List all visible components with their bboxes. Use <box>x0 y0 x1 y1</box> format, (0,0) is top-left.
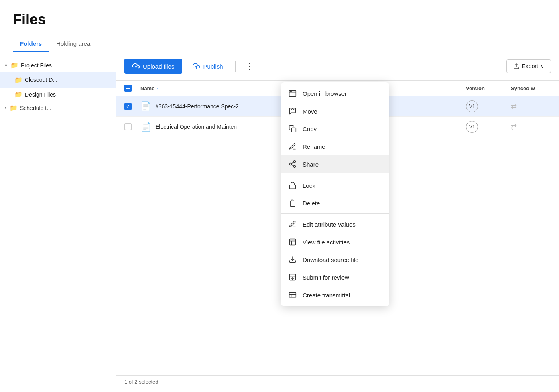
export-icon <box>513 63 520 69</box>
sidebar-item-closeout[interactable]: 📁 Closeout D... ⋮ <box>0 72 116 88</box>
menu-item-download-source[interactable]: Download source file <box>281 251 389 268</box>
share-icon <box>288 160 297 169</box>
version-badge: V1 <box>466 121 478 133</box>
svg-point-10 <box>294 165 296 167</box>
svg-point-6 <box>291 91 291 91</box>
file-icon: 📄 <box>140 101 151 112</box>
upload-icon <box>132 63 140 70</box>
rename-icon <box>288 142 297 151</box>
move-icon <box>288 107 297 116</box>
browser-icon <box>288 89 297 98</box>
select-all-checkbox[interactable]: — <box>124 85 132 92</box>
sidebar-item-label: Design Files <box>25 91 56 98</box>
sidebar-item-project-files[interactable]: ▾ 📁 Project Files <box>0 59 116 72</box>
sidebar: ▾ 📁 Project Files 📁 Closeout D... ⋮ 📁 De… <box>0 52 116 388</box>
col-version-header: Version <box>466 85 506 91</box>
tabs-bar: Folders Holding area <box>0 36 559 52</box>
export-button[interactable]: Export ∨ <box>506 59 551 73</box>
menu-item-create-transmittal[interactable]: Create transmittal <box>281 286 389 304</box>
sidebar-item-design-files[interactable]: 📁 Design Files <box>0 88 116 101</box>
svg-line-12 <box>291 162 294 163</box>
sidebar-item-label: Project Files <box>21 62 52 69</box>
svg-rect-14 <box>290 239 296 245</box>
menu-item-rename[interactable]: Rename <box>281 138 389 155</box>
svg-rect-13 <box>290 185 296 189</box>
svg-point-8 <box>294 161 296 163</box>
copy-icon <box>288 124 297 133</box>
review-icon <box>288 273 297 282</box>
publish-icon <box>193 63 200 70</box>
folder-icon: 📁 <box>14 91 22 98</box>
activities-icon <box>288 238 297 246</box>
menu-divider <box>281 175 389 175</box>
row-checkbox[interactable]: ✓ <box>124 103 132 110</box>
menu-item-submit-review[interactable]: Submit for review <box>281 268 389 286</box>
folder-more-button[interactable]: ⋮ <box>101 75 111 85</box>
file-name: Electrical Operation and Mainten <box>155 124 237 130</box>
sync-icon: ⇄ <box>511 123 517 131</box>
folder-icon: 📁 <box>14 76 22 84</box>
svg-rect-7 <box>292 128 296 132</box>
sync-icon: ⇄ <box>511 102 517 110</box>
menu-divider <box>281 213 389 214</box>
tab-folders[interactable]: Folders <box>13 36 49 52</box>
svg-point-9 <box>290 163 292 165</box>
menu-item-delete[interactable]: Delete <box>281 194 389 212</box>
folder-icon: 📁 <box>10 104 18 112</box>
chevron-right-icon: › <box>5 105 6 111</box>
menu-item-view-activities[interactable]: View file activities <box>281 233 389 251</box>
menu-item-copy[interactable]: Copy <box>281 120 389 138</box>
lock-icon <box>288 181 297 190</box>
menu-item-lock[interactable]: Lock <box>281 177 389 194</box>
sidebar-item-label: Closeout D... <box>25 77 57 83</box>
upload-files-button[interactable]: Upload files <box>124 59 182 74</box>
menu-item-move[interactable]: Move <box>281 102 389 120</box>
folder-icon: 📁 <box>10 61 18 69</box>
version-badge: V1 <box>466 100 478 112</box>
sidebar-item-schedule[interactable]: › 📁 Schedule t... <box>0 101 116 114</box>
chevron-down-icon: ▾ <box>5 63 7 68</box>
toolbar: Upload files Publish ⋮ Export <box>116 52 559 81</box>
menu-item-open-browser[interactable]: Open in browser <box>281 85 389 102</box>
file-icon: 📄 <box>140 122 151 132</box>
col-synced-header: Synced w <box>511 85 551 91</box>
tab-holding-area[interactable]: Holding area <box>49 36 98 52</box>
page-title: Files <box>13 11 546 28</box>
delete-icon <box>288 199 297 207</box>
menu-item-share[interactable]: Share <box>281 155 389 173</box>
toolbar-divider <box>235 61 236 72</box>
sort-icon: ↑ <box>156 86 159 91</box>
menu-item-edit-attr[interactable]: Edit attribute values <box>281 215 389 233</box>
svg-line-11 <box>291 165 294 166</box>
sidebar-item-label: Schedule t... <box>20 105 51 111</box>
bottom-status: 1 of 2 selected <box>116 375 559 388</box>
download-icon <box>288 255 297 264</box>
row-checkbox[interactable] <box>124 123 132 130</box>
export-chevron: ∨ <box>541 63 544 69</box>
context-menu: Open in browser Move Copy Rename <box>281 82 389 306</box>
svg-point-5 <box>290 91 291 91</box>
publish-button[interactable]: Publish <box>186 59 229 74</box>
svg-rect-21 <box>289 292 296 297</box>
transmittal-icon <box>288 290 297 299</box>
file-name: #363-15444-Performance Spec-2 <box>155 103 239 110</box>
more-options-button[interactable]: ⋮ <box>241 59 258 74</box>
edit-attr-icon <box>288 220 297 229</box>
